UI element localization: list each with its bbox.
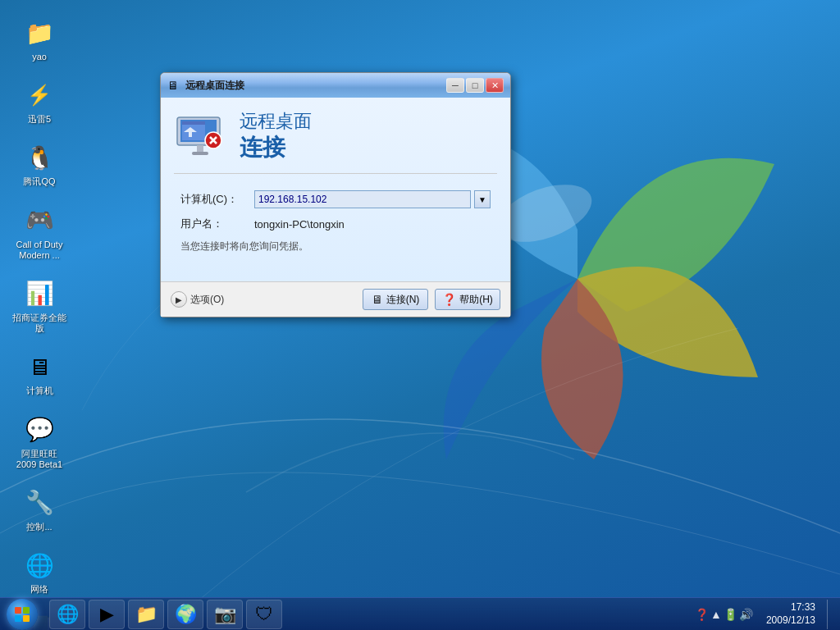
taskbar-camera[interactable]: 📷 bbox=[207, 600, 243, 629]
zhaoshang-icon: 📊 bbox=[23, 277, 56, 310]
windows-logo-icon bbox=[13, 605, 31, 623]
tray-help-icon[interactable]: ❓ bbox=[695, 608, 709, 621]
yao-icon: 📁 bbox=[23, 16, 56, 49]
connect-icon: 🖥 bbox=[372, 293, 383, 306]
network-icon: 🌐 bbox=[23, 549, 56, 582]
options-arrow-icon: ▶ bbox=[171, 291, 187, 308]
computer-input[interactable] bbox=[254, 190, 471, 208]
dialog-controls: ─ □ ✕ bbox=[446, 78, 504, 93]
tray-network-icon[interactable]: 🔋 bbox=[724, 608, 737, 621]
dialog-maximize-button[interactable]: □ bbox=[466, 78, 484, 93]
tray-volume-icon[interactable]: 🔊 bbox=[739, 608, 753, 621]
zhaoshang-label: 招商证券全能版 bbox=[12, 313, 66, 334]
options-label: 选项(O) bbox=[190, 293, 224, 307]
computer-label: 计算机(C)： bbox=[180, 192, 254, 207]
tray-icons: ❓ ▲ 🔋 🔊 bbox=[692, 608, 756, 621]
computer-row: 计算机(C)： ▼ bbox=[180, 190, 491, 208]
yao-label: yao bbox=[32, 52, 47, 62]
network-label: 网络 bbox=[30, 584, 48, 595]
svg-rect-13 bbox=[15, 615, 21, 622]
aliwangwang-label: 阿里旺旺2009 Beta1 bbox=[16, 449, 62, 470]
computer-label: 计算机 bbox=[26, 386, 53, 396]
svg-rect-11 bbox=[15, 607, 21, 614]
dialog-header-text: 远程桌面 连接 bbox=[240, 111, 312, 163]
aliwangwang-icon: 💬 bbox=[23, 413, 56, 446]
connect-label: 连接(N) bbox=[386, 293, 420, 307]
qq-icon: 🐧 bbox=[23, 141, 56, 174]
qq-label: 腾讯QQ bbox=[23, 176, 55, 187]
system-tray: ❓ ▲ 🔋 🔊 17:33 2009/12/13 bbox=[685, 598, 840, 630]
desktop: 📁 yao ⚡ 迅雷5 🐧 腾讯QQ 🎮 Call of DutyModern … bbox=[0, 0, 840, 630]
dialog-form: 计算机(C)： ▼ 用户名： tongxin-PC\tongxin 当您连接时将… bbox=[174, 187, 497, 268]
username-label: 用户名： bbox=[180, 217, 254, 231]
svg-rect-12 bbox=[23, 607, 30, 614]
start-button[interactable] bbox=[0, 598, 44, 631]
desktop-icon-cod[interactable]: 🎮 Call of DutyModern ... bbox=[7, 201, 72, 264]
help-icon: ❓ bbox=[442, 293, 456, 306]
cod-icon: 🎮 bbox=[23, 204, 56, 237]
desktop-icon-network[interactable]: 🌐 网络 bbox=[7, 546, 72, 598]
username-value: tongxin-PC\tongxin bbox=[254, 218, 345, 231]
desktop-icon-control[interactable]: 🔧 控制... bbox=[7, 483, 72, 536]
show-desktop-button[interactable] bbox=[827, 600, 833, 629]
dialog-title-icon: 🖥 bbox=[167, 79, 180, 92]
dialog-footer: ▶ 选项(O) 🖥 连接(N) ❓ 帮助(H) bbox=[161, 281, 510, 317]
dialog-title-text: 远程桌面连接 bbox=[185, 79, 446, 93]
taskbar-mediaplayer[interactable]: ▶ bbox=[89, 600, 125, 629]
dialog-minimize-button[interactable]: ─ bbox=[446, 78, 464, 93]
form-note: 当您连接时将向您询问凭据。 bbox=[180, 240, 491, 253]
computer-icon: 🖥 bbox=[23, 350, 56, 383]
dialog-body: 远程桌面 连接 计算机(C)： ▼ 用户名： to bbox=[161, 98, 510, 281]
taskbar-apps: 🌐 ▶ 📁 🌍 📷 🛡 bbox=[44, 598, 685, 630]
control-label: 控制... bbox=[26, 522, 52, 532]
taskbar: 🌐 ▶ 📁 🌍 📷 🛡 ❓ ▲ 🔋 🔊 17:33 2009/12/13 bbox=[0, 597, 840, 630]
help-label: 帮助(H) bbox=[459, 293, 493, 307]
dialog-close-button[interactable]: ✕ bbox=[486, 78, 504, 93]
dialog-titlebar: 🖥 远程桌面连接 ─ □ ✕ bbox=[161, 73, 510, 98]
monitor-icon bbox=[174, 111, 226, 163]
control-icon: 🔧 bbox=[23, 486, 56, 519]
action-buttons: 🖥 连接(N) ❓ 帮助(H) bbox=[363, 289, 500, 310]
dialog-header-line2: 连接 bbox=[240, 132, 312, 163]
options-button[interactable]: ▶ 选项(O) bbox=[171, 291, 224, 308]
desktop-icon-computer[interactable]: 🖥 计算机 bbox=[7, 347, 72, 399]
start-orb bbox=[7, 599, 38, 630]
dialog-header: 远程桌面 连接 bbox=[174, 111, 497, 174]
connect-button[interactable]: 🖥 连接(N) bbox=[363, 289, 428, 310]
desktop-icons-container: 📁 yao ⚡ 迅雷5 🐧 腾讯QQ 🎮 Call of DutyModern … bbox=[0, 0, 131, 630]
taskbar-security[interactable]: 🛡 bbox=[246, 600, 282, 629]
cod-label: Call of DutyModern ... bbox=[16, 240, 63, 261]
desktop-icon-qq[interactable]: 🐧 腾讯QQ bbox=[7, 138, 72, 190]
svg-rect-14 bbox=[23, 615, 30, 622]
xunlei-label: 迅雷5 bbox=[28, 114, 51, 125]
desktop-icon-zhaoshang[interactable]: 📊 招商证券全能版 bbox=[7, 274, 72, 337]
desktop-icon-xunlei[interactable]: ⚡ 迅雷5 bbox=[7, 75, 72, 128]
computer-input-wrap: ▼ bbox=[254, 190, 491, 208]
remote-desktop-dialog[interactable]: 🖥 远程桌面连接 ─ □ ✕ bbox=[160, 72, 511, 317]
taskbar-ie[interactable]: 🌐 bbox=[49, 600, 85, 629]
help-button[interactable]: ❓ 帮助(H) bbox=[435, 289, 500, 310]
clock-date: 2009/12/13 bbox=[766, 614, 815, 628]
taskbar-explorer[interactable]: 📁 bbox=[128, 600, 164, 629]
clock-time: 17:33 bbox=[766, 601, 815, 614]
computer-dropdown[interactable]: ▼ bbox=[474, 190, 491, 208]
system-clock[interactable]: 17:33 2009/12/13 bbox=[760, 601, 822, 627]
desktop-icon-yao[interactable]: 📁 yao bbox=[7, 13, 72, 66]
svg-rect-6 bbox=[197, 145, 203, 152]
tray-arrow-icon[interactable]: ▲ bbox=[710, 608, 722, 621]
desktop-icon-aliwangwang[interactable]: 💬 阿里旺旺2009 Beta1 bbox=[7, 410, 72, 473]
svg-rect-7 bbox=[192, 152, 208, 155]
dialog-header-line1: 远程桌面 bbox=[240, 111, 312, 132]
svg-rect-4 bbox=[182, 121, 205, 125]
username-row: 用户名： tongxin-PC\tongxin bbox=[180, 217, 491, 231]
xunlei-icon: ⚡ bbox=[23, 79, 56, 112]
taskbar-globe[interactable]: 🌍 bbox=[167, 600, 203, 629]
